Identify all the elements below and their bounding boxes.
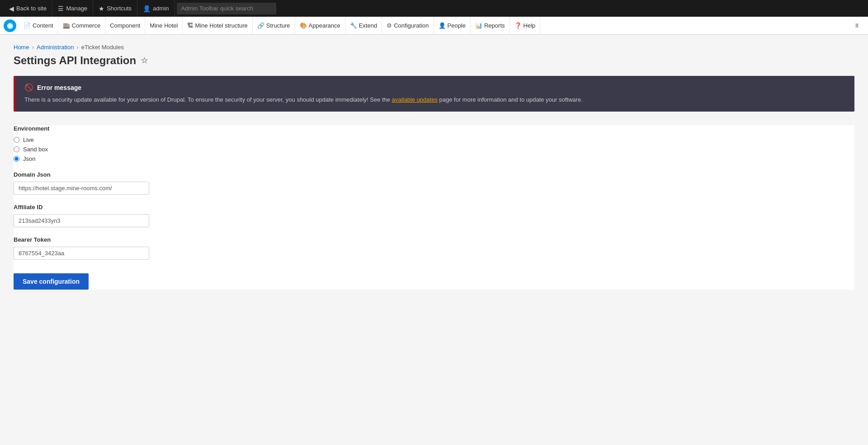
manage-button[interactable]: ☰ Manage [52,0,93,17]
affiliate-id-group: Affiliate ID [14,204,854,227]
domain-json-group: Domain Json [14,171,854,195]
error-body: There is a security update available for… [24,95,845,104]
breadcrumb-administration[interactable]: Administration [37,44,74,51]
shortcuts-button[interactable]: ★ Shortcuts [93,0,137,17]
nav-reports[interactable]: 📊 Reports [471,17,510,35]
radio-json[interactable]: Json [14,155,854,162]
radio-live[interactable]: Live [14,136,854,143]
radio-sandbox-label: Sand box [23,146,48,153]
nav-mine-hotel-structure[interactable]: 🏗 Mine Hotel structure [183,17,252,35]
drupal-logo: ◉ [4,19,16,32]
environment-radio-group: Live Sand box Json [14,136,854,162]
bearer-token-group: Bearer Token [14,236,854,260]
people-icon: 👤 [439,22,446,29]
svg-text:◉: ◉ [7,22,13,29]
mine-hotel-structure-icon: 🏗 [187,22,193,29]
radio-sandbox[interactable]: Sand box [14,146,854,153]
reports-icon: 📊 [475,22,482,29]
nav-commerce[interactable]: 🏬 Commerce [58,17,106,35]
nav-right-divider: ⏸ [854,22,864,29]
radio-live-input[interactable] [14,137,19,143]
menu-icon: ☰ [58,5,64,12]
nav-structure[interactable]: 🔗 Structure [253,17,295,35]
page-title: Settings API Integration [14,54,136,67]
nav-help[interactable]: ❓ Help [510,17,541,35]
nav-people[interactable]: 👤 People [434,17,471,35]
toolbar-search-input[interactable] [177,3,276,14]
page-content: Home › Administration › eTicket Modules … [0,35,868,445]
nav-configuration[interactable]: ⚙ Configuration [382,17,434,35]
breadcrumb-home[interactable]: Home [14,44,29,51]
bearer-token-label: Bearer Token [14,236,854,243]
back-to-site-button[interactable]: ◀ Back to site [4,0,52,17]
help-icon: ❓ [514,22,522,29]
extend-icon: 🔧 [350,22,357,29]
settings-form: Environment Live Sand box Json Domain Js… [14,125,854,290]
domain-json-input[interactable] [14,182,149,195]
radio-json-label: Json [23,155,35,162]
affiliate-id-input[interactable] [14,214,149,227]
configuration-icon: ⚙ [387,22,392,29]
error-message-box: 🚫 Error message There is a security upda… [14,76,854,112]
structure-icon: 🔗 [257,22,264,29]
error-title: 🚫 Error message [24,83,845,92]
error-title-text: Error message [37,84,81,91]
environment-group: Environment Live Sand box Json [14,125,854,162]
save-configuration-button[interactable]: Save configuration [14,273,89,290]
favorite-star-icon[interactable]: ☆ [141,56,148,66]
commerce-icon: 🏬 [63,22,70,29]
affiliate-id-label: Affiliate ID [14,204,854,211]
back-icon: ◀ [9,5,14,12]
error-icon: 🚫 [24,83,33,92]
page-title-container: Settings API Integration ☆ [14,54,854,67]
appearance-icon: 🎨 [300,22,307,29]
domain-json-label: Domain Json [14,171,854,178]
nav-content[interactable]: 📄 Content [19,17,58,35]
environment-label: Environment [14,125,854,132]
breadcrumb-module: eTicket Modules [81,44,124,51]
breadcrumb: Home › Administration › eTicket Modules [14,44,854,51]
radio-live-label: Live [23,136,34,143]
admin-toolbar: ◀ Back to site ☰ Manage ★ Shortcuts 👤 ad… [0,0,868,17]
nav-extend[interactable]: 🔧 Extend [345,17,382,35]
error-text-after: page for more information and to update … [438,96,583,103]
nav-component[interactable]: Component [105,17,145,35]
star-toolbar-icon: ★ [99,5,104,12]
error-text-before: There is a security update available for… [24,96,392,103]
nav-appearance[interactable]: 🎨 Appearance [295,17,345,35]
content-icon: 📄 [24,22,31,29]
nav-mine-hotel[interactable]: Mine Hotel [145,17,183,35]
secondary-nav: ◉ 📄 Content 🏬 Commerce Component Mine Ho… [0,17,868,35]
radio-json-input[interactable] [14,156,19,162]
available-updates-link[interactable]: available updates [392,96,438,103]
bearer-token-input[interactable] [14,247,149,260]
radio-sandbox-input[interactable] [14,146,19,152]
admin-user-button[interactable]: 👤 admin [137,0,175,17]
user-icon: 👤 [143,5,151,12]
